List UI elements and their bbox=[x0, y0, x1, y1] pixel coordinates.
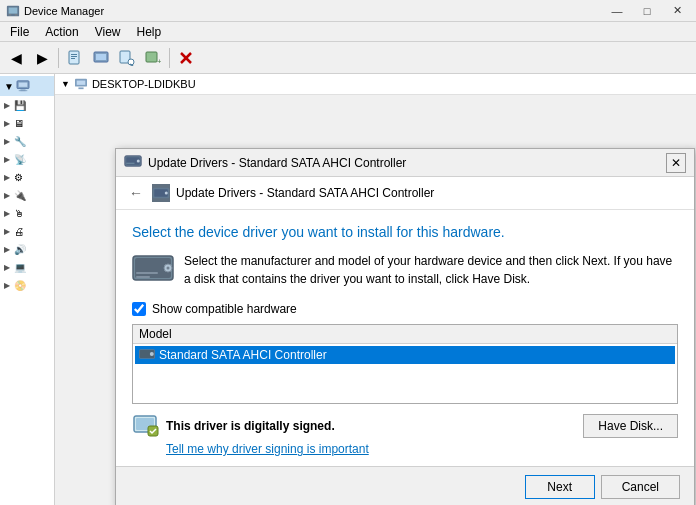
tree-item-6[interactable]: ▶🔌 bbox=[0, 186, 54, 204]
maximize-button[interactable]: □ bbox=[634, 2, 660, 20]
dialog-close-button[interactable]: ✕ bbox=[666, 153, 686, 173]
signed-text: This driver is digitally signed. bbox=[166, 419, 335, 433]
info-row: Select the manufacturer and model of you… bbox=[132, 252, 678, 288]
cancel-button[interactable]: Cancel bbox=[601, 475, 680, 499]
toolbar-sep-1 bbox=[58, 48, 59, 68]
svg-point-30 bbox=[165, 192, 168, 195]
info-description: Select the manufacturer and model of you… bbox=[184, 252, 678, 288]
menu-bar: File Action View Help bbox=[0, 22, 696, 42]
tree-item-4[interactable]: ▶📡 bbox=[0, 150, 54, 168]
bottom-info-row: This driver is digitally signed. Have Di… bbox=[132, 414, 678, 438]
main-area: ▼ ▶💾 ▶🖥 ▶🔧 ▶📡 ▶⚙ ▶🔌 ▶🖱 ▶🖨 ▶🔊 ▶💻 ▶📀 ▼ DES… bbox=[0, 74, 696, 505]
dialog-hdd-icon bbox=[124, 153, 142, 172]
computer-small-icon bbox=[74, 78, 88, 90]
dialog-titlebar: Update Drivers - Standard SATA AHCI Cont… bbox=[116, 149, 694, 177]
toolbar-back[interactable]: ◀ bbox=[4, 46, 28, 70]
checkbox-label[interactable]: Show compatible hardware bbox=[152, 302, 297, 316]
tree-expand-arrow: ▼ bbox=[4, 81, 14, 92]
toolbar-forward[interactable]: ▶ bbox=[30, 46, 54, 70]
expand-icon: ▶ bbox=[4, 101, 12, 110]
driver-signing-link[interactable]: Tell me why driver signing is important bbox=[166, 442, 678, 456]
toolbar-add-driver[interactable]: + bbox=[141, 46, 165, 70]
tree-item-5[interactable]: ▶⚙ bbox=[0, 168, 54, 186]
computer-name-label: DESKTOP-LDIDKBU bbox=[92, 78, 196, 90]
svg-rect-20 bbox=[19, 90, 28, 91]
title-bar-text: Device Manager bbox=[24, 5, 104, 17]
svg-rect-35 bbox=[136, 272, 158, 274]
svg-point-34 bbox=[167, 267, 170, 270]
svg-rect-4 bbox=[69, 51, 79, 64]
dialog-nav-title: Update Drivers - Standard SATA AHCI Cont… bbox=[176, 186, 434, 200]
tree-item-1[interactable]: ▶💾 bbox=[0, 96, 54, 114]
toolbar-uninstall[interactable] bbox=[174, 46, 198, 70]
tree-item-8[interactable]: ▶🖨 bbox=[0, 222, 54, 240]
signed-info: This driver is digitally signed. bbox=[132, 414, 335, 438]
svg-point-26 bbox=[137, 160, 140, 163]
next-button[interactable]: Next bbox=[525, 475, 595, 499]
model-listbox: Model Standard SATA AHCI Controller bbox=[132, 324, 678, 404]
toolbar-sep-2 bbox=[169, 48, 170, 68]
svg-point-39 bbox=[150, 352, 154, 356]
tree-item-2[interactable]: ▶🖥 bbox=[0, 114, 54, 132]
svg-rect-9 bbox=[96, 54, 106, 60]
tree-item-11[interactable]: ▶📀 bbox=[0, 276, 54, 294]
svg-rect-2 bbox=[9, 14, 12, 15]
menu-file[interactable]: File bbox=[2, 23, 37, 41]
expand-icon: ▶ bbox=[4, 263, 12, 272]
app-close-button[interactable]: ✕ bbox=[664, 2, 690, 20]
tree-item-3[interactable]: ▶🔧 bbox=[0, 132, 54, 150]
listbox-header: Model bbox=[133, 325, 677, 344]
svg-rect-23 bbox=[78, 87, 83, 89]
svg-rect-36 bbox=[136, 276, 150, 278]
menu-help[interactable]: Help bbox=[129, 23, 170, 41]
tree-item-10[interactable]: ▶💻 bbox=[0, 258, 54, 276]
nav-hdd-icon bbox=[152, 184, 170, 202]
svg-rect-22 bbox=[77, 81, 86, 85]
expand-icon: ▶ bbox=[4, 119, 12, 128]
svg-rect-5 bbox=[71, 54, 77, 55]
checkbox-row: Show compatible hardware bbox=[132, 302, 678, 316]
dialog-footer: Next Cancel bbox=[116, 466, 694, 505]
computer-tree-icon bbox=[16, 80, 30, 92]
show-compatible-checkbox[interactable] bbox=[132, 302, 146, 316]
app-icon bbox=[6, 4, 20, 18]
menu-view[interactable]: View bbox=[87, 23, 129, 41]
signed-icon bbox=[132, 414, 160, 438]
expand-icon: ▶ bbox=[4, 281, 12, 290]
svg-rect-13 bbox=[146, 52, 157, 62]
minimize-button[interactable]: — bbox=[604, 2, 630, 20]
tree-item-7[interactable]: ▶🖱 bbox=[0, 204, 54, 222]
expand-icon: ▶ bbox=[4, 155, 12, 164]
expand-icon: ▶ bbox=[4, 209, 12, 218]
dialog-nav: ← Update Drivers - Standard SATA AHCI Co… bbox=[116, 177, 694, 210]
listbox-item-0[interactable]: Standard SATA AHCI Controller bbox=[135, 346, 675, 364]
tree-item-9[interactable]: ▶🔊 bbox=[0, 240, 54, 258]
device-tree: ▼ ▶💾 ▶🖥 ▶🔧 ▶📡 ▶⚙ ▶🔌 ▶🖱 ▶🖨 ▶🔊 ▶💻 ▶📀 bbox=[0, 74, 55, 505]
toolbar-update-driver[interactable] bbox=[89, 46, 113, 70]
dialog-heading: Select the device driver you want to ins… bbox=[132, 224, 678, 240]
have-disk-button[interactable]: Have Disk... bbox=[583, 414, 678, 438]
expand-icon: ▶ bbox=[4, 227, 12, 236]
svg-rect-18 bbox=[19, 83, 28, 87]
svg-text:+: + bbox=[157, 57, 161, 66]
menu-action[interactable]: Action bbox=[37, 23, 86, 41]
toolbar: ◀ ▶ + bbox=[0, 42, 696, 74]
expand-icon: ▶ bbox=[4, 137, 12, 146]
expand-chevron: ▼ bbox=[61, 79, 70, 89]
expand-icon: ▶ bbox=[4, 245, 12, 254]
svg-rect-7 bbox=[71, 58, 75, 59]
update-drivers-dialog: Update Drivers - Standard SATA AHCI Cont… bbox=[115, 148, 695, 505]
dialog-title: Update Drivers - Standard SATA AHCI Cont… bbox=[148, 156, 666, 170]
tree-top-label: ▼ DESKTOP-LDIDKBU bbox=[55, 74, 696, 95]
dialog-body: Select the device driver you want to ins… bbox=[116, 210, 694, 466]
toolbar-scan[interactable] bbox=[115, 46, 139, 70]
svg-rect-1 bbox=[9, 7, 18, 13]
device-icon bbox=[139, 348, 155, 362]
svg-rect-3 bbox=[15, 14, 18, 15]
back-button[interactable]: ← bbox=[126, 183, 146, 203]
expand-icon: ▶ bbox=[4, 173, 12, 182]
hdd-info-icon bbox=[132, 252, 174, 284]
svg-rect-6 bbox=[71, 56, 77, 57]
toolbar-properties[interactable] bbox=[63, 46, 87, 70]
model-name: Standard SATA AHCI Controller bbox=[159, 348, 327, 362]
